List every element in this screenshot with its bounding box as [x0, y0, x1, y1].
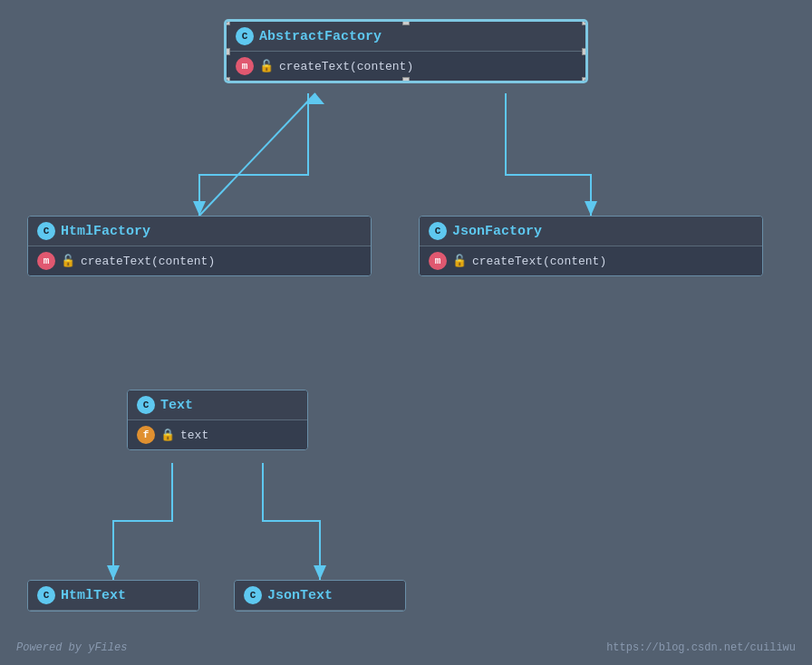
- text-header: C Text: [128, 390, 307, 420]
- text-title: Text: [160, 398, 193, 413]
- class-icon: C: [236, 27, 254, 45]
- html-factory-body: m 🔓 createText(content): [28, 246, 371, 275]
- html-factory-node[interactable]: C HtmlFactory m 🔓 createText(content): [27, 216, 372, 276]
- html-text-node[interactable]: C HtmlText: [27, 580, 199, 612]
- diagram-canvas: C AbstractFactory m 🔓 createText(content…: [0, 0, 812, 665]
- svg-marker-5: [314, 565, 326, 580]
- json-factory-header: C JsonFactory: [420, 217, 762, 246]
- json-factory-body: m 🔓 createText(content): [420, 246, 762, 275]
- text-field: text: [180, 429, 208, 442]
- json-text-header: C JsonText: [235, 581, 405, 611]
- svg-marker-2: [193, 201, 206, 216]
- svg-marker-4: [107, 565, 120, 580]
- svg-line-0: [199, 93, 315, 216]
- abstract-factory-title: AbstractFactory: [259, 29, 382, 44]
- lock-icon: 🔓: [61, 254, 75, 268]
- html-text-title: HtmlText: [61, 588, 126, 603]
- abstract-factory-method: createText(content): [279, 60, 413, 73]
- lock-icon: 🔓: [452, 254, 467, 268]
- text-node[interactable]: C Text f 🔒 text: [127, 390, 308, 450]
- class-icon: C: [137, 396, 155, 414]
- abstract-factory-header: C AbstractFactory: [227, 22, 585, 52]
- abstract-factory-node[interactable]: C AbstractFactory m 🔓 createText(content…: [225, 20, 587, 82]
- html-factory-title: HtmlFactory: [61, 224, 150, 239]
- connections-layer: [0, 0, 812, 665]
- json-text-node[interactable]: C JsonText: [234, 580, 406, 612]
- method-icon: m: [37, 252, 55, 270]
- json-factory-method: createText(content): [472, 255, 606, 268]
- class-icon: C: [244, 586, 262, 604]
- html-factory-method: createText(content): [81, 255, 215, 268]
- svg-marker-1: [306, 93, 324, 104]
- method-icon: m: [429, 252, 447, 270]
- class-icon: C: [37, 222, 55, 240]
- lock-red-icon: 🔒: [160, 428, 175, 442]
- class-icon: C: [429, 222, 447, 240]
- text-body: f 🔒 text: [128, 420, 307, 449]
- html-text-header: C HtmlText: [28, 581, 198, 611]
- json-text-title: JsonText: [267, 588, 333, 603]
- watermark: Powered by yFiles: [16, 641, 127, 654]
- json-factory-title: JsonFactory: [452, 224, 542, 239]
- html-factory-header: C HtmlFactory: [28, 217, 371, 246]
- class-icon: C: [37, 586, 55, 604]
- field-icon: f: [137, 426, 155, 444]
- method-icon: m: [236, 57, 254, 75]
- url-watermark: https://blog.csdn.net/cuiliwu: [606, 641, 796, 654]
- svg-marker-3: [585, 201, 597, 216]
- json-factory-node[interactable]: C JsonFactory m 🔓 createText(content): [419, 216, 763, 276]
- lock-icon: 🔓: [259, 59, 274, 73]
